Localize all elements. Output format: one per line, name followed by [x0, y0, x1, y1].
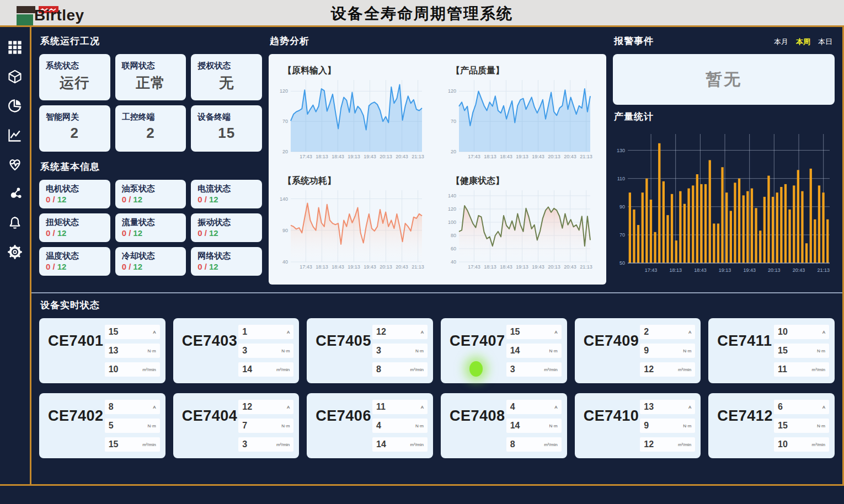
metric-unit: m³/min — [812, 367, 825, 372]
svg-text:19:43: 19:43 — [532, 154, 544, 159]
svg-text:20:13: 20:13 — [768, 267, 781, 273]
alarm-empty-card: 暂无 — [613, 54, 835, 105]
info-card-label: 电机状态 — [46, 184, 104, 194]
metric-row: 12A — [238, 400, 293, 414]
metric-unit: N·m — [817, 423, 825, 428]
equipment-card[interactable]: CE74126A15N·m10m³/min — [708, 393, 835, 458]
info-card: 网络状态0 /12 — [191, 247, 262, 276]
svg-text:80: 80 — [451, 233, 456, 238]
metric-value: 8 — [510, 439, 515, 449]
status-card-value: 正常 — [122, 73, 180, 93]
svg-text:19:13: 19:13 — [516, 154, 528, 159]
metric-value: 7 — [242, 421, 247, 431]
svg-text:60: 60 — [451, 246, 456, 251]
metric-row: 6A — [774, 400, 829, 414]
info-card-label: 流量状态 — [122, 217, 180, 228]
trend-chart-plot: 40608010012014017:4318:1318:4319:1319:43… — [445, 187, 599, 273]
trend-panel: 【原料输入】207012017:4318:1318:4319:1319:4320… — [269, 54, 606, 285]
metric-value: 4 — [510, 402, 515, 412]
equipment-card[interactable]: CE74084A14N·m8m³/min — [441, 393, 567, 458]
grid-menu-icon[interactable] — [7, 39, 23, 56]
gear-icon[interactable] — [7, 244, 23, 260]
metric-unit: m³/min — [276, 367, 290, 372]
alarm-count: 0 / — [122, 262, 131, 271]
equipment-card[interactable]: CE740412A7N·m3m³/min — [173, 393, 300, 458]
metric-value: 8 — [376, 364, 381, 374]
metric-row: 5N·m — [105, 419, 160, 433]
svg-text:100: 100 — [448, 219, 456, 225]
metric-row: 15m³/min — [105, 437, 160, 452]
metric-unit: A — [554, 330, 557, 335]
svg-text:90: 90 — [282, 228, 288, 233]
metric-row: 3N·m — [372, 344, 428, 358]
header-bar: Birtley 设备全寿命周期管理系统 — [0, 0, 844, 27]
info-card-counts: 0 /12 — [122, 228, 180, 238]
metric-value: 3 — [510, 364, 515, 374]
line-chart-icon[interactable] — [7, 127, 23, 143]
alarm-tab-本月[interactable]: 本月 — [774, 37, 788, 46]
metric-value: 10 — [778, 439, 788, 449]
svg-text:120: 120 — [448, 88, 456, 94]
status-card: 工控终端2 — [115, 105, 186, 152]
svg-text:21:13: 21:13 — [580, 154, 592, 159]
equipment-card[interactable]: CE74031A3N·m14m³/min — [173, 318, 300, 383]
metric-value: 3 — [242, 439, 247, 449]
equipment-card[interactable]: CE740611A4N·m14m³/min — [307, 393, 433, 458]
equipment-card[interactable]: CE740715A14N·m3m³/min — [441, 318, 567, 383]
equipment-metrics: 15A13N·m10m³/min — [105, 324, 160, 378]
health-heart-icon[interactable] — [7, 156, 23, 173]
metric-value: 14 — [510, 421, 520, 431]
equipment-card[interactable]: CE74028A5N·m15m³/min — [39, 393, 165, 458]
pie-chart-icon[interactable] — [7, 98, 23, 114]
trend-chart-title: 【产品质量】 — [451, 65, 599, 77]
svg-text:17:43: 17:43 — [645, 267, 658, 273]
svg-text:17:43: 17:43 — [468, 264, 480, 270]
status-card-value: 运行 — [46, 73, 104, 93]
equipment-name: CE7405 — [316, 333, 371, 378]
alarm-tab-本周[interactable]: 本周 — [796, 37, 810, 46]
system-info-title: 系统基本信息 — [40, 160, 262, 173]
alarm-count: 0 / — [197, 262, 207, 271]
trend-chart-power: 【系统功耗】409014017:4318:1318:4319:1319:4320… — [276, 169, 430, 278]
svg-text:17:43: 17:43 — [468, 154, 480, 159]
total-count: 12 — [57, 262, 67, 271]
metric-row: 1A — [238, 325, 293, 339]
info-card-counts: 0 /12 — [197, 262, 255, 271]
status-card: 联网状态正常 — [115, 54, 186, 100]
equipment-card[interactable]: CE741110A15N·m11m³/min — [708, 318, 835, 383]
metric-row: 7N·m — [238, 419, 293, 433]
info-card-label: 冷却状态 — [122, 251, 180, 261]
svg-text:18:13: 18:13 — [484, 264, 496, 270]
info-card-label: 振动状态 — [197, 217, 255, 228]
equipment-card[interactable]: CE74092A9N·m12m³/min — [575, 318, 701, 383]
metric-value: 15 — [510, 327, 520, 337]
equipment-metrics: 6A15N·m10m³/min — [774, 399, 829, 453]
metric-row: 14N·m — [506, 419, 562, 433]
metric-value: 11 — [778, 364, 787, 374]
equipment-card[interactable]: CE740512A3N·m8m³/min — [307, 318, 433, 383]
bell-icon[interactable] — [7, 215, 23, 231]
metric-row: 12A — [372, 325, 428, 339]
topology-icon[interactable] — [7, 185, 23, 202]
metric-row: 10m³/min — [105, 362, 160, 377]
total-count: 12 — [209, 228, 218, 238]
equipment-card[interactable]: CE740115A13N·m10m³/min — [39, 318, 165, 383]
metric-row: 8A — [105, 400, 160, 414]
alarm-count: 0 / — [122, 228, 131, 238]
equipment-card[interactable]: CE741013A9N·m12m³/min — [575, 393, 701, 458]
metric-row: 4A — [506, 400, 562, 414]
alarm-tab-本日[interactable]: 本日 — [818, 37, 832, 46]
metric-unit: N·m — [148, 348, 156, 353]
equipment-name: CE7403 — [182, 333, 238, 378]
metric-unit: A — [153, 330, 156, 335]
metric-row: 15N·m — [774, 419, 829, 433]
metric-unit: m³/min — [812, 442, 825, 447]
svg-text:120: 120 — [280, 88, 288, 94]
metric-value: 11 — [376, 402, 386, 412]
equipment-metrics: 8A5N·m15m³/min — [105, 399, 160, 453]
metric-value: 9 — [644, 346, 649, 356]
info-card: 油泵状态0 /12 — [115, 180, 186, 208]
system-status-grid: 系统状态运行联网状态正常授权状态无智能网关2工控终端2设备终端15 — [39, 54, 262, 152]
cube-icon[interactable] — [7, 68, 23, 85]
svg-text:140: 140 — [280, 196, 288, 202]
